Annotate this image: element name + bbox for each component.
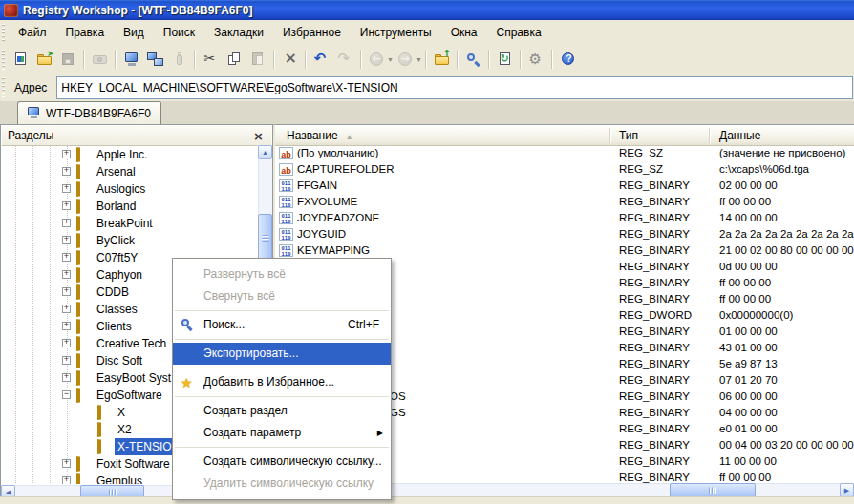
menubar-item-5[interactable]: Избранное xyxy=(273,23,351,42)
value-data: 04 00 00 00 xyxy=(719,405,854,421)
context-menu-item-5[interactable]: Экспортировать... xyxy=(173,343,391,365)
expand-plus-icon[interactable]: + xyxy=(62,236,71,244)
gear-button[interactable] xyxy=(524,48,548,72)
scroll-up-icon[interactable]: ▲ xyxy=(258,145,272,159)
context-menu-item-12[interactable]: Создать символическую ссылку... xyxy=(173,451,391,472)
save-button[interactable] xyxy=(56,48,80,72)
column-resize-handle[interactable] xyxy=(709,128,711,143)
column-header-name[interactable]: Название▲ xyxy=(287,126,353,147)
help-icon xyxy=(560,52,577,67)
menu-item-label: Создать раздел xyxy=(203,404,288,417)
column-resize-handle[interactable] xyxy=(609,128,611,143)
registry-value-row[interactable]: CAPTUREFOLDERREG_SZc:\xcaps\%06d.tga xyxy=(275,161,854,178)
expand-plus-icon[interactable]: + xyxy=(62,373,71,382)
value-type: REG_SZ xyxy=(619,161,663,178)
list-hscroll-thumb[interactable] xyxy=(670,483,756,497)
menubar-item-4[interactable]: Закладки xyxy=(204,23,273,42)
scroll-right-icon[interactable]: ▶ xyxy=(840,483,854,497)
registry-value-row[interactable]: FFGAINREG_BINARY02 00 00 00 xyxy=(275,178,854,194)
context-menu-item-10[interactable]: Создать параметр▶ xyxy=(173,422,391,444)
menubar-item-6[interactable]: Инструменты xyxy=(351,23,441,42)
tree-item[interactable]: +Auslogics xyxy=(2,180,258,198)
context-menu-item-0[interactable]: Развернуть всё xyxy=(173,263,391,285)
menubar-item-8[interactable]: Справка xyxy=(487,23,551,42)
expand-plus-icon[interactable]: + xyxy=(62,219,71,227)
search-button[interactable] xyxy=(461,48,485,72)
context-menu-item-1[interactable]: Свернуть всё xyxy=(173,285,391,307)
menubar-item-1[interactable]: Правка xyxy=(56,23,115,42)
redo-button[interactable] xyxy=(333,48,357,72)
tree-item[interactable]: +BreakPoint xyxy=(2,215,258,232)
window-title: Registry Workshop - [WTF-DB84B9FA6F0] xyxy=(23,4,252,17)
expand-plus-icon[interactable]: + xyxy=(62,201,71,210)
expand-plus-icon[interactable]: + xyxy=(62,253,71,262)
registry-value-row[interactable]: FXVOLUMEREG_BINARYff 00 00 00 xyxy=(275,194,854,210)
network-icon xyxy=(147,52,164,67)
registry-value-row[interactable]: JOYGUIDREG_BINARY2a 2a 2a 2a 2a 2a 2a 2a… xyxy=(275,226,854,242)
expand-plus-icon[interactable]: + xyxy=(62,339,71,347)
value-data: 14 00 00 00 xyxy=(719,210,854,226)
addressbar-grip-handle[interactable] xyxy=(2,77,5,96)
computer-icon xyxy=(123,52,140,67)
camera-button[interactable] xyxy=(88,48,112,72)
menubar-item-2[interactable]: Вид xyxy=(114,23,154,42)
cut-button[interactable] xyxy=(199,48,223,72)
paste-button[interactable] xyxy=(246,48,270,72)
expand-plus-icon[interactable]: + xyxy=(62,322,71,330)
toolbar-grip-handle[interactable] xyxy=(2,50,5,70)
context-menu-item-7[interactable]: Добавить в Избранное... xyxy=(173,371,391,393)
folder-icon xyxy=(97,406,114,419)
delete-button[interactable] xyxy=(278,48,302,72)
forward-button[interactable] xyxy=(394,48,417,72)
registry-value-row[interactable]: (По умолчанию)REG_SZ(значение не присвое… xyxy=(275,145,854,161)
column-header-data[interactable]: Данные xyxy=(719,126,760,145)
tree-item[interactable]: +Borland xyxy=(2,198,258,215)
refresh-button[interactable] xyxy=(493,48,517,72)
open-folder-button[interactable]: ➤ xyxy=(32,48,56,72)
registry-value-row[interactable]: KEYMAPPINGREG_BINARY21 00 02 00 80 00 00… xyxy=(275,242,854,259)
expand-plus-icon[interactable]: + xyxy=(62,270,71,279)
menubar-items: ФайлПравкаВидПоискЗакладкиИзбранноеИнстр… xyxy=(9,23,551,42)
tab-registry-file[interactable]: WTF-DB84B9FA6F0 xyxy=(17,101,161,124)
tree-item[interactable]: +Apple Inc. xyxy=(2,146,258,163)
copy-button[interactable] xyxy=(223,48,246,72)
expand-plus-icon[interactable]: + xyxy=(62,184,71,193)
up-folder-button[interactable]: ↑ xyxy=(430,48,454,72)
tree-item[interactable]: +Arsenal xyxy=(2,163,258,180)
menubar-item-0[interactable]: Файл xyxy=(9,23,56,42)
tree-item-label: X xyxy=(115,404,128,421)
expand-plus-icon[interactable]: + xyxy=(62,150,71,158)
value-type: REG_BINARY xyxy=(619,324,690,340)
address-bar: Адрес xyxy=(0,74,854,101)
menubar-item-3[interactable]: Поиск xyxy=(154,23,204,42)
close-panel-icon[interactable]: × xyxy=(251,130,266,142)
help-button[interactable] xyxy=(556,48,580,72)
tree-item-label: Disc Soft xyxy=(94,352,145,369)
collapse-minus-icon[interactable]: − xyxy=(62,390,71,399)
computer-button[interactable] xyxy=(119,48,143,72)
paste-icon xyxy=(250,52,267,67)
expand-plus-icon[interactable]: + xyxy=(62,167,71,176)
expand-plus-icon[interactable]: + xyxy=(62,356,71,365)
expand-plus-icon[interactable]: + xyxy=(62,459,71,468)
address-input[interactable] xyxy=(56,76,853,99)
registry-value-row[interactable]: JOYDEADZONEREG_BINARY14 00 00 00 xyxy=(275,210,854,226)
expand-plus-icon[interactable]: + xyxy=(62,304,71,313)
column-header-type[interactable]: Тип xyxy=(619,126,638,145)
menubar-item-7[interactable]: Окна xyxy=(441,23,487,42)
value-type: REG_BINARY xyxy=(619,194,690,210)
back-button[interactable] xyxy=(365,48,389,72)
network-button[interactable] xyxy=(143,48,167,72)
menubar-grip-handle[interactable] xyxy=(2,24,5,41)
reg-file-button[interactable] xyxy=(9,48,32,72)
context-menu-item-3[interactable]: Поиск...Ctrl+F xyxy=(173,314,391,336)
undo-button[interactable] xyxy=(310,48,333,72)
expand-plus-icon[interactable]: + xyxy=(62,287,71,296)
value-data: 07 01 20 70 xyxy=(719,372,854,388)
expand-plus-icon[interactable]: + xyxy=(62,476,71,484)
context-menu-item-9[interactable]: Создать раздел xyxy=(173,400,391,422)
usb-button[interactable] xyxy=(167,48,191,72)
tree-item[interactable]: +ByClick xyxy=(2,232,258,249)
context-menu-item-13[interactable]: Удалить символическую ссылку xyxy=(173,472,391,494)
tree-vscroll-thumb[interactable] xyxy=(258,214,272,263)
